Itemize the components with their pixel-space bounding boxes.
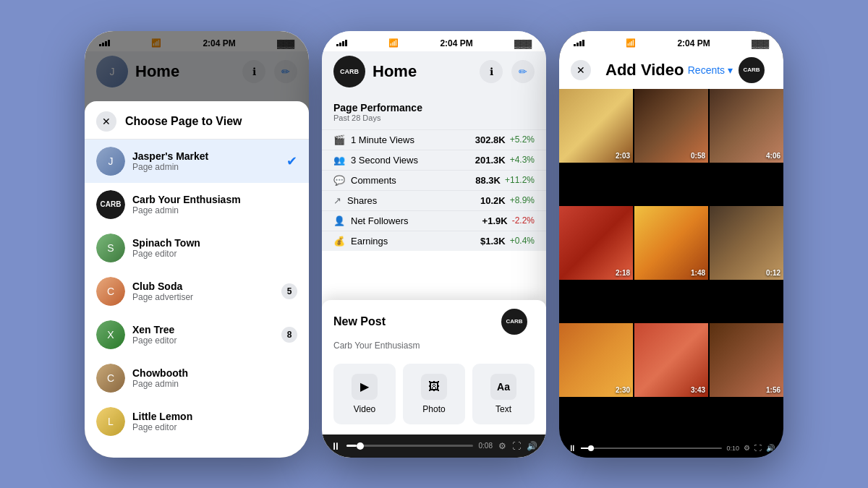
video-thumb-9[interactable]: 1:56 [710, 323, 783, 397]
modal-title: Choose Page to View [125, 115, 242, 128]
page-item-carb[interactable]: CARB Carb Your Enthusiasm Page admin [85, 183, 309, 226]
choose-page-modal: ✕ Choose Page to View J Jasper's Market … [85, 101, 309, 458]
video-duration-5: 1:48 [691, 269, 705, 277]
close-add-video[interactable]: ✕ [571, 60, 591, 80]
video-thumb-2[interactable]: 0:58 [634, 89, 708, 163]
video-thumb-6[interactable]: 0:12 [710, 206, 783, 280]
pause-btn-3[interactable]: ⏸ [568, 443, 576, 453]
avatar-jasper-item: J [96, 147, 125, 176]
play-controls-3: ⚙ ⛶ 🔊 [744, 444, 775, 452]
modal-overlay[interactable]: ✕ Choose Page to View J Jasper's Market … [85, 31, 309, 458]
wifi-icon-3: 📶 [626, 38, 636, 48]
post-option-photo[interactable]: 🖼 Photo [403, 364, 465, 424]
status-bar-2: 📶 2:04 PM ▓▓▓ [322, 31, 546, 51]
video-thumb-3[interactable]: 4:06 [710, 89, 783, 163]
page-info-clubsoda: Club Soda Page advertiser [132, 281, 281, 302]
page-role-clubsoda: Page advertiser [132, 292, 281, 302]
new-post-header: New Post CARB [322, 300, 546, 341]
page-performance-2: Page Performance Past 28 Days [322, 95, 546, 129]
video-duration-9: 1:56 [766, 386, 780, 394]
play-time-3: 0:10 [726, 445, 739, 452]
video-thumb-8[interactable]: 3:43 [634, 323, 708, 397]
settings-icon-3[interactable]: ⚙ [744, 444, 750, 452]
signal-icon-2 [336, 40, 347, 46]
page-info-jasper: Jasper's Market Page admin [132, 150, 286, 172]
photo-option-icon: 🖼 [421, 374, 447, 400]
video-duration-1: 2:03 [616, 152, 630, 160]
settings-icon[interactable]: ⚙ [498, 441, 506, 451]
avatar-xentree-item: X [96, 320, 125, 349]
new-post-page: Carb Your Enthusiasm [322, 341, 546, 358]
video-thumb-5[interactable]: 1:48 [634, 206, 708, 280]
video-thumb-1[interactable]: 2:03 [559, 89, 633, 163]
post-option-video[interactable]: ▶ Video [333, 364, 396, 424]
recents-dropdown[interactable]: Recents ▾ [688, 64, 733, 76]
fullscreen-icon[interactable]: ⛶ [512, 441, 521, 451]
video-player-bar: ⏸ 0:08 ⚙ ⛶ 🔊 [322, 435, 546, 458]
avatar-chowbooth-item: C [96, 364, 125, 393]
page-name-spinach: Spinach Town [132, 237, 297, 249]
page-item-spinach[interactable]: S Spinach Town Page editor [85, 226, 309, 270]
phones-container: 📶 2:04 PM ▓▓▓ J Home ℹ ✏ Page Performanc… [70, 17, 798, 472]
page-name-clubsoda: Club Soda [132, 281, 281, 292]
header-icons-2: ℹ ✏ [480, 60, 535, 83]
page-item-chowbooth[interactable]: C Chowbooth Page admin [85, 356, 309, 400]
page-info-littlelemon: Little Lemon Page editor [132, 411, 297, 432]
carb-logo: CARB [333, 56, 365, 87]
video-thumb-4[interactable]: 2:18 [559, 206, 633, 280]
post-options: ▶ Video 🖼 Photo Aa Text [322, 358, 546, 435]
phone-3: 📶 2:04 PM ▓▓▓ ✕ Add Video Recents ▾ CARB… [559, 31, 783, 458]
avatar-spinach-item: S [96, 234, 125, 262]
video-duration-8: 3:43 [691, 386, 705, 394]
avatar-littlelemon-item: L [96, 407, 125, 436]
page-item-clubsoda[interactable]: C Club Soda Page advertiser 5 [85, 270, 309, 313]
perf-row-2-5: 💰 Earnings $1.3K +0.4% [322, 231, 546, 251]
progress-dot [357, 442, 364, 450]
battery-icon-3: ▓▓▓ [752, 39, 769, 48]
pause-button[interactable]: ⏸ [331, 440, 341, 452]
page-info-spinach: Spinach Town Page editor [132, 237, 297, 259]
video-thumb-7[interactable]: 2:30 [559, 323, 633, 397]
video-duration-2: 0:58 [691, 152, 705, 160]
page-name-jasper: Jasper's Market [132, 150, 286, 162]
video-progress[interactable] [346, 445, 473, 447]
video-duration-6: 0:12 [766, 269, 780, 277]
time-display-2: 2:04 PM [440, 38, 472, 48]
page-info-carb: Carb Your Enthusiasm Page admin [132, 194, 297, 215]
modal-close-button[interactable]: ✕ [96, 111, 116, 132]
volume-icon[interactable]: 🔊 [527, 441, 537, 451]
page-role-xentree: Page editor [132, 335, 281, 346]
page-name-xentree: Xen Tree [132, 324, 281, 335]
volume-icon-3[interactable]: 🔊 [766, 444, 775, 452]
phone-2: 📶 2:04 PM ▓▓▓ CARB Home ℹ ✏ Page Perform… [322, 31, 546, 458]
fullscreen-icon-3[interactable]: ⛶ [754, 444, 762, 452]
photo-option-label: Photo [422, 404, 445, 414]
edit-button-2[interactable]: ✏ [511, 60, 535, 83]
info-button-2[interactable]: ℹ [480, 60, 503, 83]
video-option-label: Video [354, 404, 375, 414]
wifi-icon-2: 📶 [388, 38, 399, 48]
carb-logo-post: CARB [501, 309, 527, 335]
perf-row-2-2: 💬 Comments 88.3K +11.2% [322, 170, 546, 190]
page-item-jasper[interactable]: J Jasper's Market Page admin ✔ [85, 140, 309, 183]
page-name-littlelemon: Little Lemon [132, 411, 297, 422]
page-name-chowbooth: Chowbooth [132, 367, 297, 379]
page-item-littlelemon[interactable]: L Little Lemon Page editor [85, 400, 309, 443]
post-option-text[interactable]: Aa Text [472, 364, 535, 424]
video-time: 0:08 [479, 442, 493, 450]
modal-header: ✕ Choose Page to View [85, 101, 309, 140]
page-info-xentree: Xen Tree Page editor [132, 324, 281, 346]
avatar-clubsoda-item: C [96, 277, 125, 306]
page-role-chowbooth: Page admin [132, 379, 297, 389]
page-item-xentree[interactable]: X Xen Tree Page editor 8 [85, 313, 309, 356]
video-duration-4: 2:18 [616, 269, 630, 277]
carb-logo-3: CARB [739, 57, 765, 83]
perf-row-2-0: 🎬 1 Minute Views 302.8K +5.2% [322, 129, 546, 150]
check-icon-jasper: ✔ [286, 153, 297, 169]
page-role-littlelemon: Page editor [132, 422, 297, 432]
badge-xentree: 8 [281, 327, 297, 343]
perf-row-2-4: 👤 Net Followers +1.9K -2.2% [322, 210, 546, 231]
play-progress-3[interactable] [581, 448, 722, 449]
performance-subtitle-2: Past 28 Days [333, 114, 535, 122]
perf-row-2-3: ↗ Shares 10.2K +8.9% [322, 190, 546, 210]
